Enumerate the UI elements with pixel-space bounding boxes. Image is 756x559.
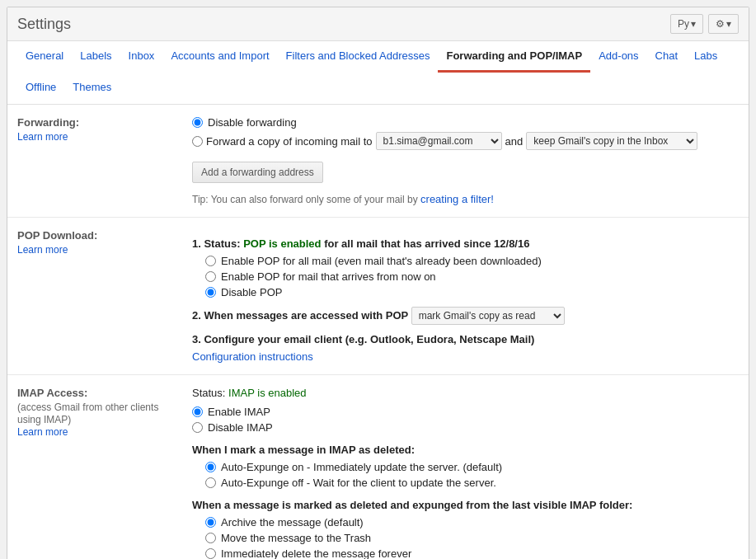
imap-trash-label: Move the message to the Trash xyxy=(221,532,371,544)
tip-text: Tip: You can also forward only some of y… xyxy=(192,194,418,205)
forward-email-select[interactable]: b1.sima@gmail.com xyxy=(376,132,502,150)
title-bar-controls: Py ▾ ⚙ ▾ xyxy=(670,14,739,34)
forwarding-row: Forwarding: Learn more Disable forwardin… xyxy=(7,105,749,218)
and-label: and xyxy=(505,135,524,148)
tab-labels[interactable]: Labels xyxy=(72,41,120,73)
imap-section-label: IMAP Access: xyxy=(17,387,172,399)
disable-forwarding-radio[interactable] xyxy=(192,117,203,128)
imap-delete-forever-radio[interactable] xyxy=(205,548,216,559)
pop-disable-radio[interactable] xyxy=(205,287,216,298)
imap-status-line: Status: IMAP is enabled xyxy=(192,387,739,399)
auto-expunge-off-radio[interactable] xyxy=(205,477,216,488)
imap-content-cell: Status: IMAP is enabled Enable IMAP Disa… xyxy=(182,375,749,560)
pop-status-suffix: for all mail that has arrived since 12/8… xyxy=(322,237,530,250)
auto-expunge-off-row: Auto-Expunge off - Wait for the client t… xyxy=(205,477,739,489)
forwarding-tip: Tip: You can also forward only some of y… xyxy=(192,193,739,205)
pop-config-link-row: Configuration instructions xyxy=(192,350,739,363)
forwarding-learn-more[interactable]: Learn more xyxy=(17,131,68,143)
imap-disable-row: Disable IMAP xyxy=(192,421,739,434)
imap-expunged-title: When a message is marked as deleted and … xyxy=(192,499,739,511)
tab-offline[interactable]: Offline xyxy=(17,73,64,104)
tab-themes[interactable]: Themes xyxy=(64,73,120,104)
imap-label-cell: IMAP Access: (access Gmail from other cl… xyxy=(7,375,182,560)
forward-copy-row: Forward a copy of incoming mail to b1.si… xyxy=(192,132,739,150)
pop-step3-eg: (e.g. Outlook, Eudora, Netscape Mail) xyxy=(345,333,535,345)
pop-status-line: 1. Status: POP is enabled for all mail t… xyxy=(192,237,739,250)
pop-radio-group: Enable POP for all mail (even mail that'… xyxy=(192,255,739,298)
tab-labs[interactable]: Labs xyxy=(686,41,725,73)
imap-archive-row: Archive the message (default) xyxy=(205,516,739,528)
settings-table: Forwarding: Learn more Disable forwardin… xyxy=(7,105,749,559)
tab-filters[interactable]: Filters and Blocked Addresses xyxy=(278,41,439,73)
imap-disable-radio[interactable] xyxy=(192,422,203,433)
pop-row: POP Download: Learn more 1. Status: POP … xyxy=(7,218,749,375)
imap-deleted-title: When I mark a message in IMAP as deleted… xyxy=(192,444,739,456)
imap-archive-radio[interactable] xyxy=(205,517,216,528)
settings-button[interactable]: ⚙ ▾ xyxy=(708,14,739,34)
disable-forwarding-label: Disable forwarding xyxy=(208,116,297,129)
imap-delete-forever-row: Immediately delete the message forever xyxy=(205,547,739,559)
tab-addons[interactable]: Add-ons xyxy=(590,41,646,73)
pop-disable-label: Disable POP xyxy=(221,286,282,298)
pop-learn-more[interactable]: Learn more xyxy=(17,244,68,256)
disable-forwarding-row: Disable forwarding xyxy=(192,116,739,129)
forwarding-content-cell: Disable forwarding Forward a copy of inc… xyxy=(182,105,749,218)
imap-archive-label: Archive the message (default) xyxy=(221,516,364,528)
tab-general[interactable]: General xyxy=(17,41,72,73)
imap-enable-row: Enable IMAP xyxy=(192,406,739,418)
auto-expunge-on-label: Auto-Expunge on - Immediately update the… xyxy=(221,461,502,473)
pop-config-link[interactable]: Configuration instructions xyxy=(192,350,313,363)
pop-content-cell: 1. Status: POP is enabled for all mail t… xyxy=(182,218,749,375)
tab-forwarding[interactable]: Forwarding and POP/IMAP xyxy=(438,41,590,73)
pop-status-text: POP is enabled xyxy=(243,237,321,250)
pop-section-label: POP Download: xyxy=(17,229,172,242)
forwarding-label-cell: Forwarding: Learn more xyxy=(7,105,182,218)
creating-filter-link[interactable]: creating a filter! xyxy=(420,193,494,205)
settings-content: Forwarding: Learn more Disable forwardin… xyxy=(7,105,749,559)
add-address-button[interactable]: Add a forwarding address xyxy=(192,162,323,183)
user-button[interactable]: Py ▾ xyxy=(670,14,703,34)
pop-step3: 3. Configure your email client (e.g. Out… xyxy=(192,333,739,345)
nav-tabs: General Labels Inbox Accounts and Import… xyxy=(7,41,749,105)
forwarding-radio-group: Disable forwarding Forward a copy of inc… xyxy=(192,116,739,150)
gear-icon: ⚙ xyxy=(716,18,725,30)
user-dropdown-icon: ▾ xyxy=(691,18,696,30)
pop-action-select[interactable]: mark Gmail's copy as read xyxy=(411,307,565,325)
pop-status-prefix: 1. Status: xyxy=(192,237,243,250)
settings-dropdown-icon: ▾ xyxy=(726,18,731,30)
imap-status-text: IMAP is enabled xyxy=(228,387,306,399)
auto-expunge-on-radio[interactable] xyxy=(205,462,216,472)
pop-step2-label: 2. When messages are accessed with POP xyxy=(192,309,408,322)
pop-label-cell: POP Download: Learn more xyxy=(7,218,182,375)
user-abbr: Py xyxy=(678,18,689,30)
page-title: Settings xyxy=(17,16,71,33)
forward-action-select[interactable]: keep Gmail's copy in the Inbox xyxy=(526,132,697,150)
imap-enable-group: Enable IMAP Disable IMAP xyxy=(192,406,739,434)
title-bar: Settings Py ▾ ⚙ ▾ xyxy=(7,7,749,41)
pop-step3-label: 3. Configure your email client xyxy=(192,333,342,345)
imap-enable-label: Enable IMAP xyxy=(208,406,270,418)
imap-learn-more[interactable]: Learn more xyxy=(17,426,68,438)
forward-copy-radio[interactable] xyxy=(192,136,203,147)
pop-step2: 2. When messages are accessed with POP m… xyxy=(192,307,739,325)
imap-deleted-group: Auto-Expunge on - Immediately update the… xyxy=(192,461,739,489)
imap-row: IMAP Access: (access Gmail from other cl… xyxy=(7,375,749,560)
tab-chat[interactable]: Chat xyxy=(647,41,686,73)
add-forwarding-address: Add a forwarding address xyxy=(192,155,739,190)
pop-disable-row: Disable POP xyxy=(205,286,739,298)
imap-enable-radio[interactable] xyxy=(192,406,203,417)
pop-enable-all-label: Enable POP for all mail (even mail that'… xyxy=(221,255,542,267)
pop-enable-now-radio[interactable] xyxy=(205,271,216,282)
tab-inbox[interactable]: Inbox xyxy=(120,41,163,73)
pop-enable-all-row: Enable POP for all mail (even mail that'… xyxy=(205,255,739,267)
imap-delete-forever-label: Immediately delete the message forever xyxy=(221,547,411,559)
pop-enable-now-row: Enable POP for mail that arrives from no… xyxy=(205,270,739,283)
imap-section-sublabel: (access Gmail from other clients using I… xyxy=(17,402,158,425)
imap-expunged-group: Archive the message (default) Move the m… xyxy=(192,516,739,559)
imap-status-prefix: Status: xyxy=(192,387,228,399)
pop-enable-now-label: Enable POP for mail that arrives from no… xyxy=(221,270,436,283)
pop-enable-all-radio[interactable] xyxy=(205,256,216,266)
tab-accounts[interactable]: Accounts and Import xyxy=(162,41,277,73)
imap-trash-row: Move the message to the Trash xyxy=(205,532,739,544)
imap-trash-radio[interactable] xyxy=(205,533,216,543)
